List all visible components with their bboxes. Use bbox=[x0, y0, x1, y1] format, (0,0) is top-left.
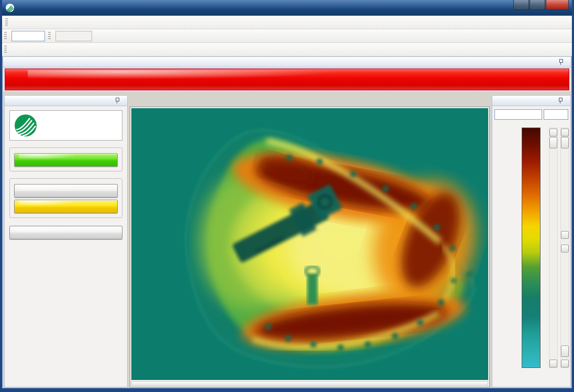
close-button[interactable] bbox=[546, 0, 569, 10]
menu-bar bbox=[2, 16, 572, 29]
palette-combo[interactable] bbox=[494, 109, 542, 120]
system-status-header bbox=[4, 95, 128, 106]
voi-panel-body bbox=[3, 67, 571, 92]
color-scale-bar bbox=[522, 128, 541, 368]
overview-button[interactable] bbox=[9, 226, 122, 239]
voi-panel-header bbox=[3, 56, 571, 67]
dias-logo-icon bbox=[14, 114, 37, 137]
scrollbar-thumb[interactable] bbox=[549, 137, 557, 148]
scroll-down-icon[interactable] bbox=[561, 231, 569, 239]
pin-icon[interactable] bbox=[558, 59, 564, 65]
maximize-button[interactable] bbox=[530, 0, 545, 10]
scroll-down-icon[interactable] bbox=[549, 360, 557, 367]
title-bar bbox=[2, 0, 572, 16]
scroll-down-icon[interactable] bbox=[561, 360, 569, 367]
temperature-scale bbox=[494, 124, 568, 378]
scale-scrollbar-range[interactable] bbox=[549, 128, 558, 368]
dias-logo bbox=[9, 110, 122, 141]
minimize-button[interactable] bbox=[513, 0, 529, 10]
scaling-header bbox=[492, 95, 571, 106]
camera-view bbox=[130, 95, 490, 387]
system-status-panel bbox=[4, 95, 128, 387]
scroll-up-icon[interactable] bbox=[561, 245, 569, 252]
toolbar-grip bbox=[4, 32, 7, 40]
toolbar-grip bbox=[5, 18, 8, 27]
toolbar-grip bbox=[4, 45, 7, 54]
setup-mode-button[interactable] bbox=[14, 200, 118, 213]
scrollbar-thumb[interactable] bbox=[561, 137, 569, 148]
toolbar-grip bbox=[48, 32, 51, 40]
camera-tabs bbox=[130, 95, 490, 107]
scroll-up-icon[interactable] bbox=[561, 129, 569, 136]
app-logo-icon bbox=[5, 3, 15, 13]
camera-viewframe bbox=[130, 107, 490, 387]
pin-icon[interactable] bbox=[558, 98, 563, 103]
toolbar-view bbox=[2, 29, 572, 43]
scrollbar-thumb[interactable] bbox=[561, 345, 569, 357]
system-status-ok-button[interactable] bbox=[14, 153, 118, 167]
thermal-image[interactable] bbox=[131, 108, 488, 380]
scale-scrollbar-limits[interactable] bbox=[560, 128, 569, 368]
automatic-mode-button[interactable] bbox=[14, 184, 118, 198]
levels-combo[interactable] bbox=[544, 109, 568, 120]
scroll-up-icon[interactable] bbox=[549, 129, 557, 136]
operating-mode-group bbox=[9, 178, 122, 218]
pin-icon[interactable] bbox=[115, 98, 120, 103]
horizontal-scrollbar[interactable] bbox=[131, 381, 488, 386]
zoom-mode-combo[interactable] bbox=[12, 31, 45, 41]
system-status-group bbox=[9, 147, 122, 171]
alarm-banner bbox=[5, 68, 569, 90]
app-window bbox=[0, 0, 574, 392]
thermal-image-art bbox=[131, 108, 488, 380]
framerate-combo[interactable] bbox=[55, 31, 92, 41]
toolbar-roi bbox=[2, 43, 572, 56]
scaling-panel bbox=[492, 95, 571, 387]
